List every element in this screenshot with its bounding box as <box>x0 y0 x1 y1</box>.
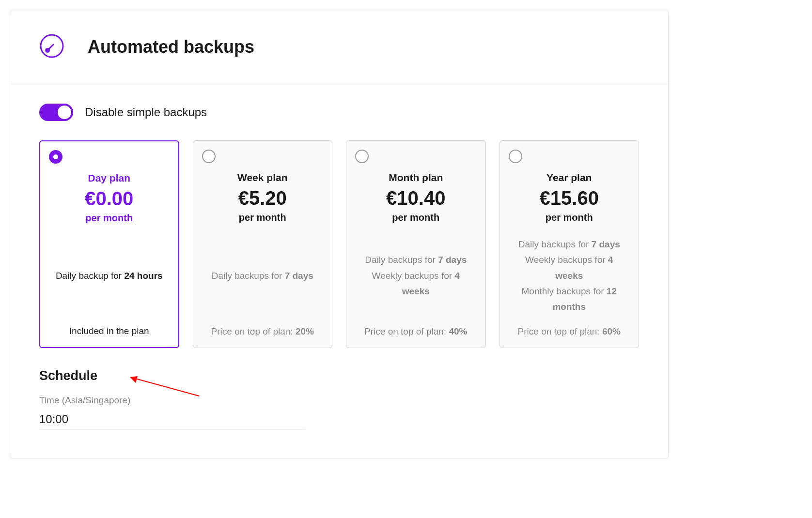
plan-card-month[interactable]: Month plan €10.40 per month Daily backup… <box>346 140 486 348</box>
toggle-label: Disable simple backups <box>85 106 207 119</box>
schedule-section: Schedule Time (Asia/Singapore) <box>39 368 639 429</box>
plan-price: €10.40 <box>357 187 475 209</box>
svg-line-2 <box>49 45 53 49</box>
plan-features: Daily backup for 24 hours <box>51 237 168 314</box>
plan-name: Day plan <box>51 172 168 184</box>
plan-card-year[interactable]: Year plan €15.60 per month Daily backups… <box>500 140 640 348</box>
schedule-time-label: Time (Asia/Singapore) <box>39 395 639 406</box>
plans-grid: Day plan €0.00 per month Daily backup fo… <box>39 140 639 348</box>
plan-footer: Included in the plan <box>51 326 168 336</box>
automated-backups-panel: Automated backups Disable simple backups… <box>10 10 669 459</box>
page-title: Automated backups <box>88 37 254 57</box>
plan-card-day[interactable]: Day plan €0.00 per month Daily backup fo… <box>39 140 179 348</box>
disable-simple-backups-toggle[interactable] <box>39 104 73 121</box>
plan-radio <box>509 150 522 163</box>
panel-header: Automated backups <box>10 10 668 84</box>
plan-price: €0.00 <box>51 188 168 210</box>
plan-footer: Price on top of plan: 40% <box>357 326 475 337</box>
plan-features: Daily backups for 7 days <box>204 237 322 315</box>
plan-name: Week plan <box>204 172 322 183</box>
panel-content: Disable simple backups Day plan €0.00 pe… <box>10 84 668 458</box>
plan-radio <box>355 150 369 163</box>
plan-price: €15.60 <box>511 187 628 209</box>
backup-gauge-icon <box>39 33 64 61</box>
toggle-row: Disable simple backups <box>39 104 639 121</box>
schedule-title: Schedule <box>39 368 639 383</box>
plan-price: €5.20 <box>204 187 322 209</box>
plan-name: Month plan <box>357 172 475 183</box>
schedule-time-input[interactable] <box>39 410 306 429</box>
plan-period: per month <box>511 212 628 223</box>
plan-features: Daily backups for 7 days Weekly backups … <box>511 237 628 315</box>
plan-radio <box>49 150 62 164</box>
toggle-knob <box>58 106 71 119</box>
plan-features: Daily backups for 7 days Weekly backups … <box>357 237 475 315</box>
plan-radio <box>202 150 216 163</box>
plan-footer: Price on top of plan: 20% <box>204 326 322 337</box>
plan-period: per month <box>357 212 475 223</box>
plan-period: per month <box>204 212 322 223</box>
plan-period: per month <box>51 213 168 224</box>
plan-footer: Price on top of plan: 60% <box>511 326 628 337</box>
plan-name: Year plan <box>511 172 628 183</box>
plan-card-week[interactable]: Week plan €5.20 per month Daily backups … <box>193 140 333 348</box>
